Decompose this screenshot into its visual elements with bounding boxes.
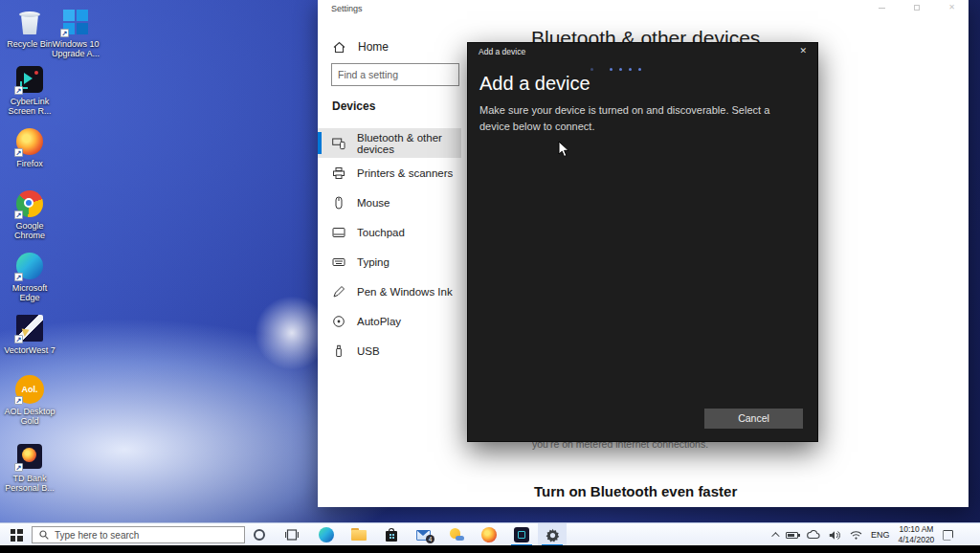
desktop-icon-label: Google Chrome [2, 221, 57, 241]
settings-sidebar: Home Devices Bluetooth & other devices P… [318, 17, 461, 507]
time-text: 10:10 AM [899, 524, 933, 534]
taskbar-mail-button[interactable]: 4 [410, 523, 438, 546]
add-device-dialog: Add a device ✕ Add a device Make sure yo… [467, 42, 818, 442]
taskbar-edge-button[interactable] [312, 523, 341, 546]
mail-badge: 4 [426, 535, 434, 543]
sidebar-item-usb[interactable]: USB [318, 336, 461, 365]
sidebar-item-bluetooth[interactable]: Bluetooth & other devices [318, 128, 461, 158]
desktop-icon-label: Windows 10 Upgrade A... [48, 39, 103, 59]
dialog-title: Add a device [479, 47, 525, 56]
desktop-icon-aol[interactable]: Aol.↗ AOL Desktop Gold [2, 375, 57, 427]
taskbar-explorer-button[interactable] [345, 523, 373, 546]
sidebar-item-label: Mouse [357, 197, 390, 209]
microsoft-store-icon [384, 527, 399, 542]
dialog-body-text: Make sure your device is turned on and d… [479, 102, 790, 135]
windows-logo-icon: ↗ [61, 8, 90, 36]
sidebar-item-mouse[interactable]: Mouse [318, 188, 461, 217]
desktop-icon-edge[interactable]: ↗ Microsoft Edge [2, 252, 57, 303]
taskbar-store-button[interactable] [377, 523, 406, 546]
taskbar-settings-button[interactable] [538, 523, 567, 546]
autoplay-icon [332, 315, 345, 328]
speaker-icon[interactable] [829, 530, 841, 541]
edge-icon: ↗ [15, 252, 44, 280]
taskbar: 4 ENG 10:10 AM 4/14/2020 [0, 522, 980, 545]
sidebar-item-printers[interactable]: Printers & scanners [318, 158, 461, 188]
shortcut-arrow-icon: ↗ [14, 148, 23, 157]
desktop-icon-label: TD Bank Personal B... [2, 474, 57, 494]
cancel-button[interactable]: Cancel [704, 409, 803, 429]
sidebar-nav: Bluetooth & other devices Printers & sca… [318, 128, 461, 365]
minimize-icon[interactable] [879, 8, 885, 9]
task-view-icon [285, 529, 299, 541]
chevron-up-icon[interactable] [771, 532, 779, 540]
task-view-button[interactable] [279, 523, 304, 546]
desktop-icon-label: Firefox [2, 159, 57, 168]
taskbar-search[interactable] [32, 526, 245, 543]
settings-titlebar[interactable]: Settings ✕ [318, 0, 969, 17]
shortcut-arrow-icon: ↗ [14, 273, 23, 281]
shortcut-arrow-icon: ↗ [14, 463, 23, 472]
desktop-icon-vectorwest[interactable]: ↗ VectorWest 7 [2, 314, 57, 355]
desktop-icon-label: Microsoft Edge [2, 283, 57, 303]
home-icon [332, 40, 345, 54]
usb-icon [332, 344, 345, 358]
sidebar-item-label: Printers & scanners [357, 167, 453, 179]
taskbar-cyberlink-button[interactable] [507, 523, 536, 546]
clock[interactable]: 10:10 AM 4/14/2020 [899, 524, 935, 544]
language-indicator[interactable]: ENG [871, 530, 890, 540]
desktop-icon-windows10-upgrade[interactable]: ↗ Windows 10 Upgrade A... [48, 8, 103, 59]
shortcut-arrow-icon: ↗ [14, 335, 23, 343]
close-icon[interactable]: ✕ [948, 5, 955, 11]
cyberlink-icon [514, 527, 529, 542]
shortcut-arrow-icon: ↗ [14, 396, 23, 405]
sidebar-item-touchpad[interactable]: Touchpad [318, 217, 461, 247]
desktop-icon-chrome[interactable]: ↗ Google Chrome [2, 189, 57, 241]
system-tray: ENG 10:10 AM 4/14/2020 [771, 523, 953, 546]
taskbar-weather-button[interactable] [442, 523, 471, 546]
sidebar-item-label: Typing [357, 256, 390, 268]
taskbar-firefox-button[interactable] [475, 523, 503, 546]
desktop-icon-firefox[interactable]: ↗ Firefox [2, 127, 57, 168]
taskbar-search-input[interactable] [55, 530, 237, 541]
find-setting-input[interactable] [331, 63, 459, 86]
maximize-icon[interactable] [914, 5, 920, 11]
sidebar-item-label: Touchpad [357, 227, 405, 238]
home-label: Home [358, 40, 389, 54]
progress-dots-icon [590, 68, 641, 71]
cortana-button[interactable] [247, 523, 272, 546]
chrome-icon: ↗ [15, 189, 44, 218]
network-icon[interactable] [850, 530, 862, 540]
sidebar-item-autoplay[interactable]: AutoPlay [318, 306, 461, 336]
desktop-icon-label: VectorWest 7 [2, 345, 57, 355]
desktop-icon-cyberlink[interactable]: ↗ CyberLink Screen R... [2, 65, 57, 117]
weather-icon [449, 527, 464, 542]
settings-title: Settings [331, 4, 363, 13]
shortcut-arrow-icon: ↗ [14, 210, 23, 219]
file-explorer-icon [351, 527, 367, 542]
date-text: 4/14/2020 [899, 535, 935, 544]
search-icon [39, 530, 49, 540]
vectorwest-icon: ↗ [15, 314, 44, 343]
dialog-heading: Add a device [479, 73, 590, 95]
shortcut-arrow-icon: ↗ [60, 29, 69, 37]
action-center-icon[interactable] [943, 530, 953, 541]
bluetooth-devices-icon [332, 137, 345, 150]
sidebar-item-typing[interactable]: Typing [318, 247, 461, 276]
start-button[interactable] [4, 523, 29, 546]
sidebar-item-label: Bluetooth & other devices [357, 132, 461, 155]
battery-icon[interactable] [786, 532, 798, 539]
windows-start-icon [11, 529, 23, 542]
aol-icon: Aol.↗ [15, 375, 44, 404]
sidebar-item-pen[interactable]: Pen & Windows Ink [318, 276, 461, 306]
pen-icon [332, 285, 345, 299]
onedrive-cloud-icon[interactable] [807, 530, 820, 540]
dialog-titlebar[interactable]: Add a device ✕ [468, 43, 817, 59]
desktop-icon-td-bank[interactable]: ↗ TD Bank Personal B... [2, 442, 57, 494]
desktop-icon-label: AOL Desktop Gold [2, 407, 57, 427]
td-bank-icon: ↗ [15, 442, 44, 471]
dialog-close-icon[interactable]: ✕ [799, 46, 807, 55]
gear-icon [546, 528, 560, 542]
shortcut-arrow-icon: ↗ [14, 86, 23, 95]
sidebar-item-home[interactable]: Home [318, 36, 461, 57]
mouse-icon [332, 196, 345, 210]
